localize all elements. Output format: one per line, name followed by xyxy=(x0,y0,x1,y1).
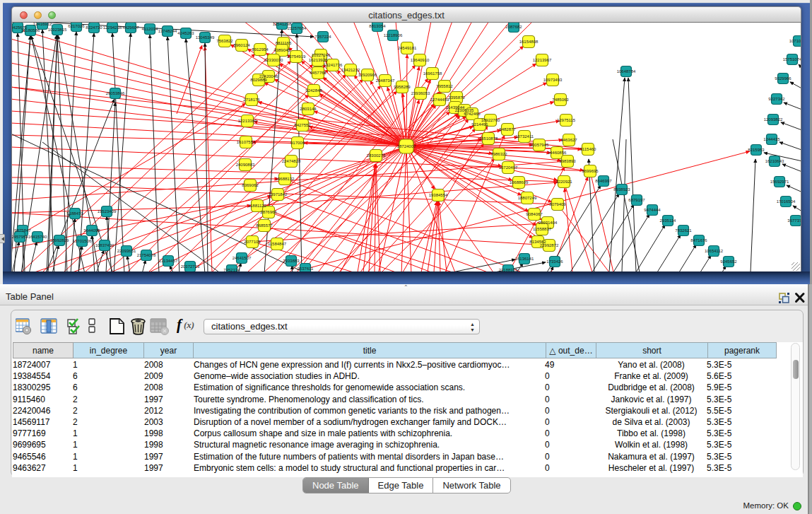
svg-text:7832621: 7832621 xyxy=(675,228,692,233)
svg-text:16136141: 16136141 xyxy=(515,257,534,261)
svg-text:1244415: 1244415 xyxy=(763,137,780,141)
svg-text:17016504: 17016504 xyxy=(777,199,796,204)
svg-text:8215953: 8215953 xyxy=(748,148,765,152)
svg-text:13754919: 13754919 xyxy=(287,54,306,59)
svg-text:22992872: 22992872 xyxy=(540,243,559,247)
svg-text:12294238: 12294238 xyxy=(103,25,122,30)
svg-text:f: f xyxy=(177,316,183,333)
svg-text:11584847: 11584847 xyxy=(268,242,287,246)
svg-text:8471676: 8471676 xyxy=(690,238,707,243)
svg-text:6482877: 6482877 xyxy=(499,127,516,132)
svg-text:8912954: 8912954 xyxy=(252,47,269,52)
svg-text:8369062: 8369062 xyxy=(242,183,259,187)
svg-text:7452134: 7452134 xyxy=(223,268,240,272)
svg-text:23971842: 23971842 xyxy=(269,192,288,197)
svg-text:9958289: 9958289 xyxy=(394,85,411,89)
svg-text:917006: 917006 xyxy=(290,141,305,145)
svg-text:16210643: 16210643 xyxy=(765,159,784,163)
svg-text:21754078: 21754078 xyxy=(137,253,156,257)
svg-text:7986322: 7986322 xyxy=(490,152,507,156)
svg-text:3644095: 3644095 xyxy=(83,228,100,233)
svg-text:2803144: 2803144 xyxy=(300,107,317,111)
svg-text:8427552: 8427552 xyxy=(294,123,311,127)
svg-text:8813054: 8813054 xyxy=(369,24,386,28)
svg-text:8079409: 8079409 xyxy=(549,202,566,206)
svg-text:16415740: 16415740 xyxy=(28,235,47,239)
svg-text:15720407: 15720407 xyxy=(499,165,518,170)
svg-text:24549181: 24549181 xyxy=(398,46,417,50)
svg-text:12920906: 12920906 xyxy=(358,73,377,77)
svg-text:10837430: 10837430 xyxy=(95,243,114,247)
svg-text:29053846: 29053846 xyxy=(106,91,125,95)
svg-text:4389045: 4389045 xyxy=(273,48,290,52)
svg-text:13748244: 13748244 xyxy=(158,29,177,33)
svg-text:(x): (x) xyxy=(184,320,194,330)
svg-text:1733426: 1733426 xyxy=(546,259,563,264)
svg-text:8646997: 8646997 xyxy=(595,179,612,183)
svg-text:22330030: 22330030 xyxy=(264,58,283,62)
svg-text:16213925: 16213925 xyxy=(309,58,328,62)
svg-text:7955812: 7955812 xyxy=(436,84,453,88)
svg-text:6217026: 6217026 xyxy=(68,24,85,28)
svg-text:13732411: 13732411 xyxy=(515,134,534,139)
svg-text:12218906: 12218906 xyxy=(384,33,403,37)
svg-text:8811165: 8811165 xyxy=(276,41,292,45)
svg-text:9084067: 9084067 xyxy=(526,212,543,216)
svg-text:9115460: 9115460 xyxy=(580,147,597,151)
svg-text:18724007: 18724007 xyxy=(397,144,416,148)
svg-text:12213389: 12213389 xyxy=(238,119,257,123)
svg-text:10973493: 10973493 xyxy=(543,78,563,82)
svg-text:22093651: 22093651 xyxy=(117,249,136,253)
svg-text:21257684: 21257684 xyxy=(288,26,307,30)
svg-text:11558837: 11558837 xyxy=(533,227,552,231)
svg-text:24090883: 24090883 xyxy=(236,163,255,167)
svg-text:9214491: 9214491 xyxy=(471,122,488,127)
svg-text:6879197: 6879197 xyxy=(628,198,645,202)
svg-text:6742460: 6742460 xyxy=(464,112,481,116)
svg-text:10327246: 10327246 xyxy=(312,53,331,57)
svg-text:22744459: 22744459 xyxy=(430,98,449,102)
svg-text:12093822: 12093822 xyxy=(764,117,783,122)
svg-text:13421212: 13421212 xyxy=(341,68,360,72)
svg-text:12213967: 12213967 xyxy=(533,58,552,62)
svg-text:2718176: 2718176 xyxy=(243,98,260,102)
svg-text:15692971: 15692971 xyxy=(770,180,789,184)
svg-text:19384554: 19384554 xyxy=(429,193,448,197)
svg-text:16510878: 16510878 xyxy=(479,136,498,141)
svg-text:9245652: 9245652 xyxy=(720,259,737,264)
svg-text:9699695: 9699695 xyxy=(582,169,599,173)
svg-text:4112034: 4112034 xyxy=(142,27,159,31)
svg-text:13241736: 13241736 xyxy=(324,63,343,67)
svg-text:2935114: 2935114 xyxy=(660,218,677,223)
svg-text:2537611: 2537611 xyxy=(298,267,314,271)
svg-text:7563822: 7563822 xyxy=(216,39,233,43)
svg-text:10654112: 10654112 xyxy=(705,249,724,253)
svg-text:16154808: 16154808 xyxy=(519,40,539,44)
svg-text:4429607: 4429607 xyxy=(122,25,139,30)
svg-text:9474444: 9474444 xyxy=(644,208,661,212)
svg-text:9983893: 9983893 xyxy=(559,159,576,163)
svg-text:5188470: 5188470 xyxy=(66,211,83,216)
svg-text:16961758: 16961758 xyxy=(423,71,442,76)
svg-text:18992829: 18992829 xyxy=(50,238,69,243)
svg-text:8224730: 8224730 xyxy=(86,25,102,30)
svg-text:2876966: 2876966 xyxy=(260,210,277,214)
svg-text:11881122: 11881122 xyxy=(248,204,266,208)
svg-text:9227342: 9227342 xyxy=(768,97,785,101)
svg-text:13134457: 13134457 xyxy=(159,259,178,263)
svg-text:9329966: 9329966 xyxy=(775,76,792,81)
svg-text:18807249: 18807249 xyxy=(518,196,537,200)
svg-text:7485063: 7485063 xyxy=(552,98,569,102)
svg-text:23188315: 23188315 xyxy=(499,268,518,272)
svg-text:15751074: 15751074 xyxy=(783,57,801,62)
svg-text:13701506: 13701506 xyxy=(73,239,92,243)
svg-text:15180586: 15180586 xyxy=(21,28,40,33)
svg-text:4245263: 4245263 xyxy=(177,31,194,35)
svg-text:7357224: 7357224 xyxy=(314,35,331,39)
svg-text:10057945: 10057945 xyxy=(530,143,549,147)
svg-text:28300275: 28300275 xyxy=(367,153,386,158)
svg-text:10648784: 10648784 xyxy=(617,69,636,74)
svg-text:3395870: 3395870 xyxy=(448,95,465,100)
svg-text:12975115: 12975115 xyxy=(557,118,576,122)
svg-text:10323815: 10323815 xyxy=(48,28,67,32)
